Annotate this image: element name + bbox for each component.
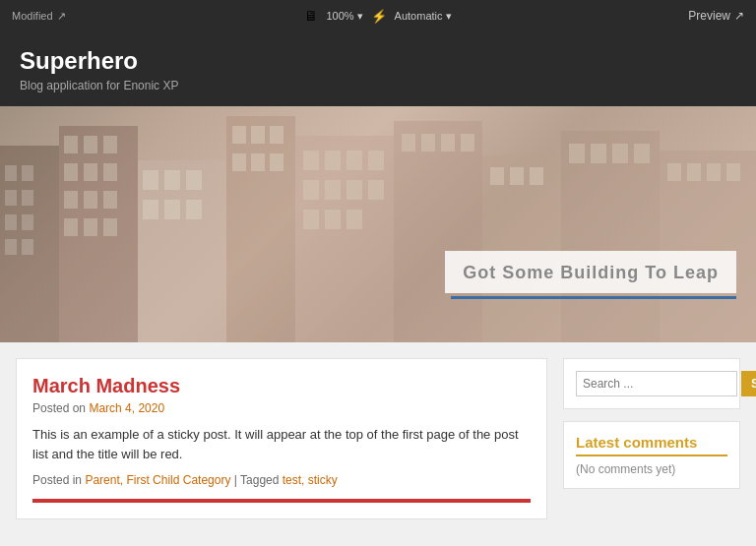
post-meta-date[interactable]: March 4, 2020 <box>89 401 164 415</box>
svg-rect-61 <box>634 144 650 163</box>
svg-rect-65 <box>707 163 721 181</box>
app-title: Superhero <box>20 47 736 75</box>
svg-rect-64 <box>687 163 701 181</box>
svg-rect-8 <box>22 239 33 255</box>
svg-rect-38 <box>325 151 341 170</box>
svg-rect-63 <box>667 163 681 181</box>
post-tags-prefix: Posted in <box>32 473 82 487</box>
preview-external-icon: ↗ <box>734 9 744 23</box>
latest-comments-title: Latest comments <box>576 434 727 456</box>
toolbar-right: Preview ↗ <box>688 9 744 23</box>
right-column: Search Latest comments (No comments yet) <box>563 358 740 519</box>
zoom-button[interactable]: 100% ▾ <box>326 10 362 23</box>
svg-rect-33 <box>232 153 246 171</box>
svg-rect-15 <box>103 163 117 181</box>
post-tags-separator: | Tagged <box>234 473 280 487</box>
svg-rect-26 <box>143 200 158 219</box>
svg-rect-14 <box>84 163 97 181</box>
svg-rect-35 <box>270 153 284 171</box>
svg-rect-41 <box>303 180 319 200</box>
render-label: Automatic <box>395 10 443 22</box>
svg-rect-42 <box>325 180 341 200</box>
svg-rect-5 <box>5 214 17 230</box>
latest-comments-empty: (No comments yet) <box>576 462 727 476</box>
svg-rect-46 <box>325 210 341 229</box>
render-button[interactable]: Automatic ▾ <box>395 10 452 23</box>
post-meta-prefix: Posted on <box>32 401 86 415</box>
latest-comments-widget: Latest comments (No comments yet) <box>563 421 740 489</box>
svg-rect-23 <box>143 170 158 190</box>
zoom-dropdown-arrow: ▾ <box>357 10 363 23</box>
svg-rect-12 <box>103 136 117 153</box>
svg-rect-20 <box>84 218 97 236</box>
app-subtitle: Blog application for Enonic XP <box>20 79 736 92</box>
post-tags-list[interactable]: test, sticky <box>283 473 338 487</box>
post-title: March Madness <box>32 375 531 397</box>
post-footer-bar <box>32 499 531 503</box>
svg-rect-11 <box>84 136 97 153</box>
svg-rect-59 <box>591 144 606 163</box>
post-tags-category[interactable]: Parent, First Child Category <box>85 473 230 487</box>
app-header: Superhero Blog application for Enonic XP <box>0 31 756 106</box>
toolbar-center: 🖥 100% ▾ ⚡ Automatic ▾ <box>304 8 451 24</box>
svg-rect-56 <box>530 167 543 185</box>
svg-rect-24 <box>164 170 180 190</box>
svg-rect-50 <box>421 134 435 152</box>
svg-rect-29 <box>226 116 295 342</box>
svg-rect-6 <box>22 214 33 230</box>
preview-label: Preview <box>688 9 730 23</box>
svg-rect-31 <box>251 126 265 144</box>
svg-rect-13 <box>64 163 78 181</box>
post-meta: Posted on March 4, 2020 <box>32 401 531 415</box>
svg-rect-55 <box>510 167 524 185</box>
svg-rect-52 <box>461 134 474 152</box>
modified-icon: ↗ <box>57 10 66 23</box>
search-button[interactable]: Search <box>741 371 756 396</box>
svg-rect-39 <box>346 151 362 170</box>
render-dropdown-arrow: ▾ <box>446 10 452 23</box>
bolt-icon: ⚡ <box>371 9 387 24</box>
zoom-label: 100% <box>326 10 353 22</box>
modified-label: Modified <box>12 10 53 22</box>
svg-rect-4 <box>22 190 33 206</box>
modified-status: Modified ↗ <box>12 10 66 23</box>
search-input[interactable] <box>576 371 737 396</box>
hero-title-box: Got Some Building To Leap <box>445 251 736 293</box>
left-column: March Madness Posted on March 4, 2020 Th… <box>16 358 547 519</box>
svg-rect-48 <box>394 121 482 342</box>
svg-rect-27 <box>164 200 180 219</box>
hero-buildings-svg <box>0 106 756 342</box>
toolbar: Modified ↗ 🖥 100% ▾ ⚡ Automatic ▾ Previe… <box>0 0 756 31</box>
svg-rect-1 <box>5 165 17 181</box>
search-row: Search <box>576 371 727 396</box>
post-tags: Posted in Parent, First Child Category |… <box>32 473 531 487</box>
svg-rect-21 <box>103 218 117 236</box>
svg-rect-30 <box>232 126 246 144</box>
svg-rect-49 <box>402 134 415 152</box>
svg-rect-34 <box>251 153 265 171</box>
svg-rect-10 <box>64 136 78 153</box>
svg-rect-28 <box>186 200 202 219</box>
svg-rect-58 <box>569 144 585 163</box>
svg-rect-32 <box>270 126 284 144</box>
svg-rect-3 <box>5 190 17 206</box>
svg-rect-54 <box>490 167 504 185</box>
hero-section: Got Some Building To Leap <box>0 106 756 342</box>
hero-title-text: Got Some Building To Leap <box>463 263 719 282</box>
svg-rect-44 <box>368 180 384 200</box>
post-excerpt: This is an example of a sticky post. It … <box>32 425 531 463</box>
svg-rect-66 <box>726 163 740 181</box>
svg-rect-7 <box>5 239 17 255</box>
svg-rect-40 <box>368 151 384 170</box>
svg-rect-60 <box>612 144 628 163</box>
svg-rect-18 <box>103 191 117 209</box>
svg-rect-37 <box>303 151 319 170</box>
monitor-icon: 🖥 <box>304 8 318 24</box>
svg-rect-43 <box>346 180 362 200</box>
svg-rect-16 <box>64 191 78 209</box>
svg-rect-2 <box>22 165 33 181</box>
svg-rect-47 <box>346 210 362 229</box>
svg-rect-19 <box>64 218 78 236</box>
search-widget: Search <box>563 358 740 409</box>
main-content: March Madness Posted on March 4, 2020 Th… <box>0 342 756 535</box>
